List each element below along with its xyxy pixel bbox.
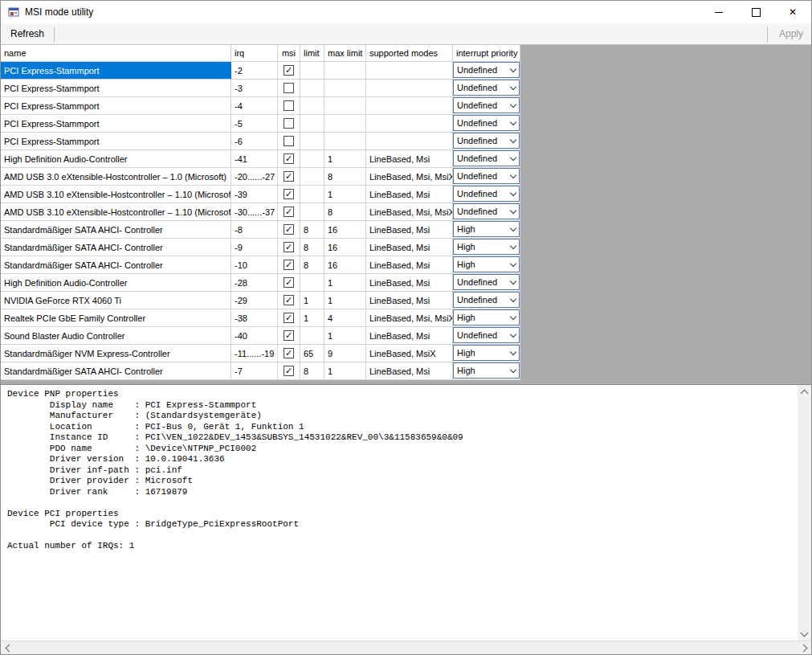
device-name-cell[interactable]: PCI Express-Stammport [1,80,231,97]
limit-cell[interactable] [300,133,324,150]
supported-modes-cell[interactable]: LineBased, MsiX [366,345,453,362]
scroll-right-button[interactable] [798,641,811,655]
msi-checkbox[interactable]: ✓ [284,65,294,76]
refresh-button[interactable]: Refresh [2,25,52,43]
max-limit-cell[interactable]: 4 [324,309,366,327]
minimize-button[interactable] [700,1,737,23]
interrupt-priority-select[interactable]: Undefined [453,150,520,166]
msi-checkbox[interactable]: ✓ [284,313,294,323]
column-header-name[interactable]: name [1,45,231,62]
horizontal-scrollbar[interactable] [1,641,811,654]
interrupt-priority-select[interactable]: Undefined [453,274,520,290]
supported-modes-cell[interactable] [366,97,453,115]
limit-cell[interactable] [300,186,324,203]
supported-modes-cell[interactable]: LineBased, Msi [366,221,453,239]
limit-cell[interactable] [300,97,324,115]
limit-cell[interactable] [300,62,324,80]
device-name-cell[interactable]: AMD USB 3.10 eXtensible-Hostcontroller –… [1,186,231,203]
max-limit-cell[interactable]: 16 [324,256,366,274]
msi-checkbox[interactable]: ✓ [284,171,294,182]
max-limit-cell[interactable]: 1 [324,362,366,380]
device-details-text[interactable]: Device PNP properties Display name : PCI… [1,385,798,641]
limit-cell[interactable] [300,327,324,345]
device-name-cell[interactable]: Standardmäßiger NVM Express-Controller [1,345,231,362]
supported-modes-cell[interactable]: LineBased, Msi [366,256,453,274]
interrupt-priority-select[interactable]: Undefined [453,80,520,96]
interrupt-priority-select[interactable]: High [453,309,520,325]
device-name-cell[interactable]: High Definition Audio-Controller [1,150,231,168]
max-limit-cell[interactable]: 1 [324,274,366,292]
max-limit-cell[interactable]: 1 [324,150,366,168]
interrupt-priority-select[interactable]: High [453,256,520,272]
irq-cell[interactable]: -40 [231,327,278,345]
supported-modes-cell[interactable]: LineBased, Msi, MsiX [366,168,453,186]
device-name-cell[interactable]: PCI Express-Stammport [1,97,231,115]
device-name-cell[interactable]: Standardmäßiger SATA AHCI- Controller [1,221,231,239]
msi-checkbox[interactable]: ✓ [284,330,294,341]
supported-modes-cell[interactable]: LineBased, Msi [366,292,453,309]
supported-modes-cell[interactable]: LineBased, Msi [366,274,453,292]
irq-cell[interactable]: -4 [231,97,278,115]
irq-cell[interactable]: -38 [231,309,278,327]
msi-checkbox[interactable]: ✓ [284,295,294,305]
limit-cell[interactable]: 8 [300,239,324,256]
irq-cell[interactable]: -11......-19 [231,345,278,362]
max-limit-cell[interactable] [324,133,366,150]
limit-cell[interactable] [300,150,324,168]
irq-cell[interactable]: -8 [231,221,278,239]
supported-modes-cell[interactable] [366,133,453,150]
device-name-cell[interactable]: PCI Express-Stammport [1,62,231,80]
device-name-cell[interactable]: High Definition Audio-Controller [1,274,231,292]
column-header-interrupt-priority[interactable]: interrupt priority [453,45,520,62]
limit-cell[interactable]: 65 [300,345,324,362]
max-limit-cell[interactable] [324,115,366,133]
max-limit-cell[interactable]: 1 [324,186,366,203]
irq-cell[interactable]: -29 [231,292,278,309]
limit-cell[interactable]: 1 [300,292,324,309]
msi-checkbox[interactable]: ✓ [284,224,294,235]
msi-checkbox[interactable]: ✓ [284,189,294,199]
column-header-irq[interactable]: irq [231,45,278,62]
max-limit-cell[interactable]: 1 [324,292,366,309]
irq-cell[interactable]: -20......-27 [231,168,278,186]
interrupt-priority-select[interactable]: Undefined [453,203,520,219]
limit-cell[interactable] [300,115,324,133]
details-vertical-scrollbar[interactable] [798,385,811,641]
msi-checkbox[interactable] [284,136,294,146]
maximize-button[interactable] [737,1,774,23]
irq-cell[interactable]: -7 [231,362,278,380]
max-limit-cell[interactable]: 16 [324,239,366,256]
device-name-cell[interactable]: Sound Blaster Audio Controller [1,327,231,345]
interrupt-priority-select[interactable]: Undefined [453,327,520,343]
irq-cell[interactable]: -41 [231,150,278,168]
interrupt-priority-select[interactable]: Undefined [453,186,520,202]
supported-modes-cell[interactable]: LineBased, Msi, MsiX [366,309,453,327]
msi-checkbox[interactable] [284,83,294,93]
limit-cell[interactable] [300,168,324,186]
device-name-cell[interactable]: Standardmäßiger SATA AHCI- Controller [1,239,231,256]
max-limit-cell[interactable]: 16 [324,221,366,239]
msi-checkbox[interactable]: ✓ [284,348,294,358]
limit-cell[interactable] [300,80,324,97]
device-name-cell[interactable]: PCI Express-Stammport [1,115,231,133]
device-name-cell[interactable]: Realtek PCIe GbE Family Controller [1,309,231,327]
irq-cell[interactable]: -9 [231,239,278,256]
column-header-msi[interactable]: msi [278,45,300,62]
limit-cell[interactable]: 8 [300,256,324,274]
supported-modes-cell[interactable]: LineBased, Msi [366,327,453,345]
column-header-supported-modes[interactable]: supported modes [366,45,453,62]
max-limit-cell[interactable]: 9 [324,345,366,362]
interrupt-priority-select[interactable]: High [453,362,520,379]
max-limit-cell[interactable] [324,97,366,115]
max-limit-cell[interactable]: 1 [324,327,366,345]
column-header-limit[interactable]: limit [300,45,324,62]
msi-checkbox[interactable]: ✓ [284,207,294,217]
device-name-cell[interactable]: Standardmäßiger SATA AHCI- Controller [1,256,231,274]
device-name-cell[interactable]: AMD USB 3.10 eXtensible-Hostcontroller –… [1,203,231,221]
limit-cell[interactable] [300,203,324,221]
supported-modes-cell[interactable] [366,115,453,133]
interrupt-priority-select[interactable]: Undefined [453,62,520,78]
interrupt-priority-select[interactable]: Undefined [453,115,520,131]
irq-cell[interactable]: -39 [231,186,278,203]
msi-checkbox[interactable] [284,118,294,129]
